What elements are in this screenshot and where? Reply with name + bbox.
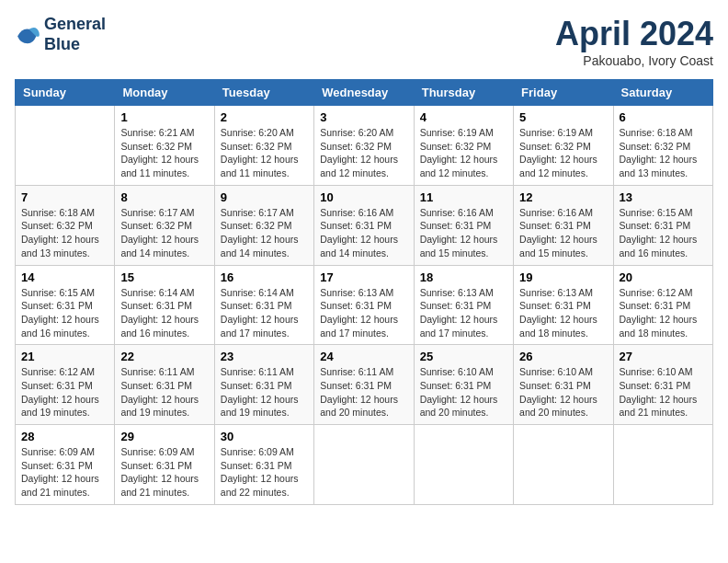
day-info: Sunrise: 6:20 AM Sunset: 6:32 PM Dayligh… [221,126,308,180]
calendar-cell: 5Sunrise: 6:19 AM Sunset: 6:32 PM Daylig… [514,106,613,186]
calendar-cell: 19Sunrise: 6:13 AM Sunset: 6:31 PM Dayli… [514,265,613,345]
weekday-header: Monday [115,80,214,106]
calendar-cell: 7Sunrise: 6:18 AM Sunset: 6:32 PM Daylig… [16,185,115,265]
day-info: Sunrise: 6:10 AM Sunset: 6:31 PM Dayligh… [620,365,707,419]
calendar-cell: 10Sunrise: 6:16 AM Sunset: 6:31 PM Dayli… [314,185,414,265]
day-info: Sunrise: 6:13 AM Sunset: 6:31 PM Dayligh… [420,286,507,340]
logo-line2: Blue [44,35,106,55]
calendar-cell: 15Sunrise: 6:14 AM Sunset: 6:31 PM Dayli… [115,265,214,345]
day-number: 29 [120,430,208,443]
weekday-header: Wednesday [314,80,414,106]
page-header: General Blue April 2024 Pakouabo, Ivory … [15,15,713,68]
day-info: Sunrise: 6:10 AM Sunset: 6:31 PM Dayligh… [420,365,507,419]
day-info: Sunrise: 6:09 AM Sunset: 6:31 PM Dayligh… [21,445,108,500]
day-info: Sunrise: 6:16 AM Sunset: 6:31 PM Dayligh… [420,206,507,260]
calendar-cell: 26Sunrise: 6:10 AM Sunset: 6:31 PM Dayli… [514,345,613,425]
day-info: Sunrise: 6:12 AM Sunset: 6:31 PM Dayligh… [620,286,707,340]
day-number: 22 [120,350,208,363]
calendar-cell: 29Sunrise: 6:09 AM Sunset: 6:31 PM Dayli… [115,425,214,505]
day-info: Sunrise: 6:13 AM Sunset: 6:31 PM Dayligh… [519,286,607,340]
day-number: 1 [120,110,208,124]
day-info: Sunrise: 6:11 AM Sunset: 6:31 PM Dayligh… [120,365,208,419]
calendar-cell: 13Sunrise: 6:15 AM Sunset: 6:31 PM Dayli… [613,185,712,265]
day-number: 20 [620,270,707,284]
day-number: 3 [320,110,407,124]
calendar-cell [414,425,513,505]
day-number: 18 [420,270,507,284]
calendar-cell [16,106,115,186]
calendar-cell: 2Sunrise: 6:20 AM Sunset: 6:32 PM Daylig… [214,106,313,186]
day-info: Sunrise: 6:16 AM Sunset: 6:31 PM Dayligh… [519,206,607,260]
title-block: April 2024 Pakouabo, Ivory Coast [555,15,713,68]
calendar-cell: 4Sunrise: 6:19 AM Sunset: 6:32 PM Daylig… [414,106,513,186]
day-info: Sunrise: 6:09 AM Sunset: 6:31 PM Dayligh… [120,445,208,500]
calendar-cell: 21Sunrise: 6:12 AM Sunset: 6:31 PM Dayli… [16,345,115,425]
day-info: Sunrise: 6:20 AM Sunset: 6:32 PM Dayligh… [320,126,407,180]
day-info: Sunrise: 6:19 AM Sunset: 6:32 PM Dayligh… [420,126,507,180]
day-number: 11 [420,190,507,204]
day-info: Sunrise: 6:17 AM Sunset: 6:32 PM Dayligh… [120,206,208,260]
weekday-header: Tuesday [214,80,313,106]
day-info: Sunrise: 6:09 AM Sunset: 6:31 PM Dayligh… [221,445,308,500]
day-info: Sunrise: 6:19 AM Sunset: 6:32 PM Dayligh… [519,126,607,180]
day-info: Sunrise: 6:17 AM Sunset: 6:32 PM Dayligh… [221,206,308,260]
location: Pakouabo, Ivory Coast [555,53,713,68]
day-info: Sunrise: 6:15 AM Sunset: 6:31 PM Dayligh… [21,286,108,340]
day-info: Sunrise: 6:13 AM Sunset: 6:31 PM Dayligh… [320,286,407,340]
day-number: 28 [21,430,108,443]
logo-line1: General [44,15,106,35]
day-info: Sunrise: 6:11 AM Sunset: 6:31 PM Dayligh… [320,365,407,419]
day-info: Sunrise: 6:11 AM Sunset: 6:31 PM Dayligh… [221,365,308,419]
day-number: 27 [620,350,707,363]
day-number: 26 [519,350,607,363]
day-info: Sunrise: 6:14 AM Sunset: 6:31 PM Dayligh… [221,286,308,340]
day-number: 8 [120,190,208,204]
day-number: 23 [221,350,308,363]
weekday-header: Saturday [613,80,712,106]
day-number: 12 [519,190,607,204]
calendar-cell: 28Sunrise: 6:09 AM Sunset: 6:31 PM Dayli… [16,425,115,505]
day-info: Sunrise: 6:16 AM Sunset: 6:31 PM Dayligh… [320,206,407,260]
day-number: 24 [320,350,407,363]
day-info: Sunrise: 6:15 AM Sunset: 6:31 PM Dayligh… [620,206,707,260]
day-number: 25 [420,350,507,363]
day-info: Sunrise: 6:14 AM Sunset: 6:31 PM Dayligh… [120,286,208,340]
calendar-cell: 9Sunrise: 6:17 AM Sunset: 6:32 PM Daylig… [214,185,313,265]
calendar-cell: 3Sunrise: 6:20 AM Sunset: 6:32 PM Daylig… [314,106,414,186]
day-number: 30 [221,430,308,443]
day-number: 21 [21,350,108,363]
day-info: Sunrise: 6:18 AM Sunset: 6:32 PM Dayligh… [620,126,707,180]
day-number: 4 [420,110,507,124]
calendar-week-row: 14Sunrise: 6:15 AM Sunset: 6:31 PM Dayli… [16,265,713,345]
day-info: Sunrise: 6:21 AM Sunset: 6:32 PM Dayligh… [120,126,208,180]
day-info: Sunrise: 6:18 AM Sunset: 6:32 PM Dayligh… [21,206,108,260]
day-info: Sunrise: 6:12 AM Sunset: 6:31 PM Dayligh… [21,365,108,419]
calendar-cell: 14Sunrise: 6:15 AM Sunset: 6:31 PM Dayli… [16,265,115,345]
logo: General Blue [15,15,106,54]
day-number: 7 [21,190,108,204]
calendar-week-row: 28Sunrise: 6:09 AM Sunset: 6:31 PM Dayli… [16,425,713,505]
weekday-header: Thursday [414,80,513,106]
calendar-cell: 8Sunrise: 6:17 AM Sunset: 6:32 PM Daylig… [115,185,214,265]
month-title: April 2024 [555,15,713,53]
weekday-header: Friday [514,80,613,106]
calendar-cell: 25Sunrise: 6:10 AM Sunset: 6:31 PM Dayli… [414,345,513,425]
calendar-cell [314,425,414,505]
calendar-cell: 24Sunrise: 6:11 AM Sunset: 6:31 PM Dayli… [314,345,414,425]
calendar-cell [514,425,613,505]
day-number: 9 [221,190,308,204]
logo-icon [15,22,40,48]
day-number: 15 [120,270,208,284]
day-number: 14 [21,270,108,284]
calendar-table: SundayMondayTuesdayWednesdayThursdayFrid… [15,79,713,505]
calendar-cell: 20Sunrise: 6:12 AM Sunset: 6:31 PM Dayli… [613,265,712,345]
day-info: Sunrise: 6:10 AM Sunset: 6:31 PM Dayligh… [519,365,607,419]
calendar-cell: 1Sunrise: 6:21 AM Sunset: 6:32 PM Daylig… [115,106,214,186]
calendar-week-row: 1Sunrise: 6:21 AM Sunset: 6:32 PM Daylig… [16,106,713,186]
calendar-cell: 27Sunrise: 6:10 AM Sunset: 6:31 PM Dayli… [613,345,712,425]
calendar-week-row: 7Sunrise: 6:18 AM Sunset: 6:32 PM Daylig… [16,185,713,265]
calendar-cell: 12Sunrise: 6:16 AM Sunset: 6:31 PM Dayli… [514,185,613,265]
day-number: 19 [519,270,607,284]
weekday-header: Sunday [16,80,115,106]
calendar-cell: 16Sunrise: 6:14 AM Sunset: 6:31 PM Dayli… [214,265,313,345]
